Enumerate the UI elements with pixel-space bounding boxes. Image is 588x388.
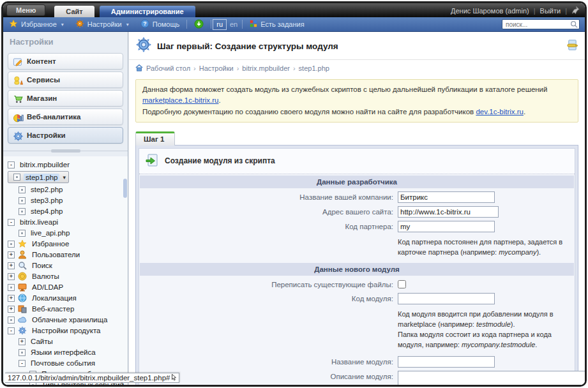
user-icon xyxy=(18,250,27,259)
site-url-input[interactable] xyxy=(398,206,499,218)
breadcrumb: Рабочий стол › Настройки › bitrix.mpbuil… xyxy=(129,60,585,75)
dev-site-link[interactable]: dev.1c-bitrix.ru xyxy=(476,108,524,116)
breadcrumb-item[interactable]: Настройки xyxy=(199,64,234,72)
logout-link[interactable]: Выйти xyxy=(540,7,561,15)
update-button[interactable] xyxy=(188,17,209,31)
tree-item[interactable]: Валюты xyxy=(8,271,121,281)
site-label: Адрес вашего сайта: xyxy=(139,205,398,218)
tree-item[interactable]: step4.php xyxy=(8,206,121,216)
expand-icon[interactable] xyxy=(8,273,15,280)
tree-item-selected[interactable]: step1.php xyxy=(8,171,69,183)
help-menu[interactable]: ? Помощь xyxy=(135,17,186,31)
collapse-icon[interactable] xyxy=(19,360,26,367)
tree-item[interactable]: step3.php xyxy=(8,195,121,205)
lang-en-button[interactable]: en xyxy=(227,20,241,28)
content-pane: Шаг первый: Создание структуры модуля Ра… xyxy=(128,32,585,385)
expand-icon[interactable] xyxy=(19,338,26,345)
tab-administration[interactable]: Администрирование xyxy=(100,6,195,17)
tree-item[interactable]: bitrix.mpbuilder xyxy=(8,160,121,170)
tree-item[interactable]: Веб-кластер xyxy=(8,304,121,314)
divider: | xyxy=(565,7,567,15)
expand-icon[interactable] xyxy=(8,251,15,258)
module-code-input[interactable] xyxy=(398,293,495,304)
tree-item[interactable]: Облачные хранилища xyxy=(8,315,121,325)
cloud-icon xyxy=(18,315,27,324)
breadcrumb-item[interactable]: Рабочий стол xyxy=(146,64,190,72)
analytics-pie-icon xyxy=(13,112,22,121)
expand-icon[interactable] xyxy=(8,262,15,269)
leaf-icon xyxy=(19,186,26,193)
sidebar-item-services[interactable]: Сервисы xyxy=(8,71,123,88)
green-download-icon xyxy=(194,19,204,30)
divider: | xyxy=(534,7,536,15)
tree-item[interactable]: live_api.php xyxy=(8,228,121,238)
module-name-label: Название модуля: xyxy=(139,355,398,368)
tasks-link[interactable]: Есть задания xyxy=(244,17,310,31)
app-window: Меню Сайт Администрирование Денис Шаромо… xyxy=(1,1,587,387)
sidebar-item-content[interactable]: Контент xyxy=(8,53,123,70)
marketplace-link[interactable]: marketplace.1c-bitrix.ru xyxy=(142,96,219,104)
cluster-icon xyxy=(18,304,27,313)
leaf-icon xyxy=(19,197,26,204)
tree-item[interactable]: AD/LDAP xyxy=(8,282,121,292)
splitter-grip-icon[interactable] xyxy=(51,149,80,153)
sidebar-title: Настройки xyxy=(3,32,128,50)
user-name[interactable]: Денис Шаромов (admin) xyxy=(451,7,529,15)
tab-site[interactable]: Сайт xyxy=(54,6,94,17)
partner-code-input[interactable] xyxy=(398,221,495,232)
tab-step1[interactable]: Шаг 1 xyxy=(135,131,175,146)
lang-ru-button[interactable]: ru xyxy=(213,19,227,30)
sidebar-item-settings[interactable]: Настройки xyxy=(8,127,123,144)
expand-icon[interactable] xyxy=(8,306,15,313)
sidebar-splitter[interactable] xyxy=(3,151,128,155)
module-desc-textarea[interactable] xyxy=(398,371,585,385)
sidebar-item-analytics[interactable]: Веб-аналитика xyxy=(8,108,123,125)
form-box: Создание модуля из скрипта Данные разраб… xyxy=(135,145,578,385)
collapse-icon[interactable] xyxy=(8,161,15,168)
section-new-module: Данные нового модуля xyxy=(140,263,574,276)
tree-item[interactable]: Сайты xyxy=(8,336,121,347)
collapse-icon[interactable] xyxy=(8,327,15,334)
search-icon xyxy=(18,261,27,270)
tree-item[interactable]: Языки интерфейса xyxy=(8,347,121,357)
sidebar-menu: Контент Сервисы Магазин Веб-аналитика На… xyxy=(3,50,128,148)
tree-scrollbar-thumb[interactable] xyxy=(123,179,127,198)
overwrite-label: Переписать существующие файлы: xyxy=(139,278,398,290)
page-gear-icon xyxy=(135,36,152,56)
cursor-icon xyxy=(170,373,177,382)
pin-icon[interactable] xyxy=(571,6,580,15)
tree-item[interactable]: Настройки продукта xyxy=(8,325,121,336)
breadcrumb-item[interactable]: step1.php xyxy=(299,64,329,72)
toolbar: Избранное Настройки ? Помощь ru en Есть … xyxy=(3,17,585,32)
help-icon: ? xyxy=(140,19,149,29)
tree-item[interactable]: Пользователи xyxy=(8,250,121,260)
tree-item[interactable]: step2.php xyxy=(8,184,121,195)
overwrite-checkbox[interactable] xyxy=(398,280,406,288)
search-box xyxy=(502,19,580,29)
tree-item[interactable]: Почтовые события xyxy=(8,358,121,368)
divider xyxy=(186,20,187,29)
edit-page-icon[interactable] xyxy=(566,39,578,54)
collapse-icon[interactable] xyxy=(8,219,15,226)
tree-item[interactable]: bitrix.liveapi xyxy=(8,217,121,227)
company-label: Название вашей компании: xyxy=(139,191,398,203)
menu-button[interactable]: Меню xyxy=(6,4,45,16)
favorites-menu[interactable]: Избранное xyxy=(3,17,70,31)
shop-cart-icon xyxy=(13,94,22,103)
home-icon xyxy=(135,64,143,73)
tree-item[interactable]: Поиск xyxy=(8,260,121,271)
settings-menu[interactable]: Настройки xyxy=(70,17,135,31)
module-script-icon xyxy=(145,153,159,169)
expand-icon[interactable] xyxy=(8,295,15,302)
titlebar: Меню Сайт Администрирование Денис Шаромо… xyxy=(3,3,585,17)
tree-item[interactable]: Локализация xyxy=(8,293,121,303)
module-name-input[interactable] xyxy=(398,356,495,368)
form-title: Создание модуля из скрипта xyxy=(165,156,275,165)
search-input[interactable] xyxy=(502,19,580,29)
sidebar-item-shop[interactable]: Магазин xyxy=(8,90,123,107)
tree-item[interactable]: Избранное xyxy=(8,239,121,249)
star-icon xyxy=(18,239,27,248)
company-input[interactable] xyxy=(398,191,495,203)
computer-icon xyxy=(18,283,27,292)
breadcrumb-item[interactable]: bitrix.mpbuilder xyxy=(242,64,290,72)
